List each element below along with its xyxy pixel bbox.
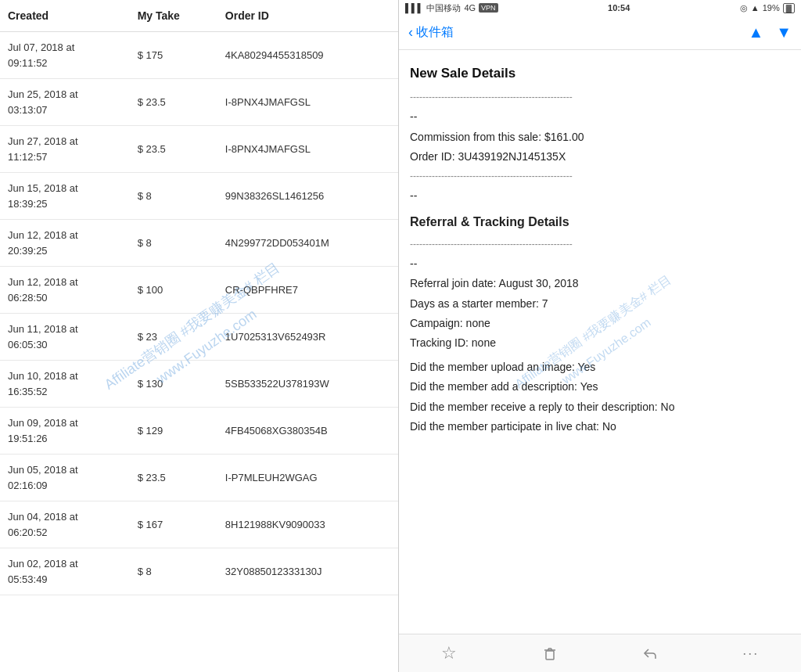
cell-order: 4FB45068XG380354B xyxy=(217,408,398,455)
down-button[interactable]: ▼ xyxy=(776,23,792,41)
carrier-name: 中国移动 xyxy=(426,2,461,14)
campaign: Campaign: none xyxy=(410,314,790,332)
signal-bars: ▌▌▌ xyxy=(405,3,423,13)
reply-button[interactable] xyxy=(600,645,701,662)
reply-description: Did the member receive a reply to their … xyxy=(410,398,790,415)
table-header-row: Created My Take Order ID xyxy=(0,0,398,32)
cell-take: $ 23.5 xyxy=(130,79,217,126)
cell-created: Jun 05, 2018 at 02:16:09 xyxy=(0,455,130,501)
email-toolbar: ☆ ··· xyxy=(399,634,801,672)
vpn-badge: VPN xyxy=(479,3,498,13)
cell-take: $ 23 xyxy=(130,314,217,361)
chevron-left-icon: ‹ xyxy=(408,24,413,41)
cell-order: CR-QBPFHRE7 xyxy=(217,267,398,314)
status-bar: ▌▌▌ 中国移动 4G VPN 10:54 ◎ ▲ 19% ▓ xyxy=(399,0,801,16)
cell-order: 4KA80294455318509 xyxy=(217,32,398,79)
cell-created: Jun 27, 2018 at 11:12:57 xyxy=(0,126,130,173)
cell-order: 32Y0885012333130J xyxy=(217,548,398,595)
divider-1: ----------------------------------------… xyxy=(410,90,790,105)
cell-take: $ 175 xyxy=(130,32,217,79)
cell-order: 4N299772DD053401M xyxy=(217,220,398,267)
back-label: 收件箱 xyxy=(416,24,454,41)
dash-3: -- xyxy=(410,255,790,272)
table-row: Jun 15, 2018 at 18:39:25$ 899N38326SL146… xyxy=(0,173,398,220)
cell-take: $ 8 xyxy=(130,173,217,220)
battery-icon: ▓ xyxy=(783,3,795,13)
nav-actions: ▲ ▼ xyxy=(748,23,792,41)
nav-bar: ‹ 收件箱 ▲ ▼ xyxy=(399,16,801,50)
status-bar-right: ◎ ▲ 19% ▓ xyxy=(740,3,795,13)
trash-button[interactable] xyxy=(500,645,601,662)
col-my-take: My Take xyxy=(130,0,217,32)
col-order-id: Order ID xyxy=(217,0,398,32)
email-title: New Sale Details xyxy=(410,63,790,84)
table-row: Jun 11, 2018 at 06:05:30$ 231U7025313V65… xyxy=(0,314,398,361)
cell-order: 8H121988KV9090033 xyxy=(217,501,398,548)
cell-take: $ 167 xyxy=(130,501,217,548)
network-type: 4G xyxy=(464,3,476,13)
referral-title: Referral & Tracking Details xyxy=(410,212,790,232)
sales-table: Created My Take Order ID Jul 07, 2018 at… xyxy=(0,0,398,595)
cell-take: $ 130 xyxy=(130,361,217,408)
back-button[interactable]: ‹ 收件箱 xyxy=(408,24,454,41)
cell-take: $ 100 xyxy=(130,267,217,314)
cell-created: Jun 10, 2018 at 16:35:52 xyxy=(0,361,130,408)
cell-order: 99N38326SL1461256 xyxy=(217,173,398,220)
cell-take: $ 8 xyxy=(130,548,217,595)
table-row: Jun 02, 2018 at 05:53:49$ 832Y0885012333… xyxy=(0,548,398,595)
cell-order: 5SB533522U378193W xyxy=(217,361,398,408)
table-row: Jun 27, 2018 at 11:12:57$ 23.5I-8PNX4JMA… xyxy=(0,126,398,173)
divider-3: ----------------------------------------… xyxy=(410,237,790,252)
cell-take: $ 129 xyxy=(130,408,217,455)
cell-created: Jun 04, 2018 at 06:20:52 xyxy=(0,501,130,548)
cell-order: I-8PNX4JMAFGSL xyxy=(217,126,398,173)
days-starter: Days as a starter member: 7 xyxy=(410,295,790,312)
left-panel: Affiliate营销圈 #我要赚美金# 栏目 www.Fuyuzhe.com … xyxy=(0,0,399,672)
col-created: Created xyxy=(0,0,130,32)
divider-2: ----------------------------------------… xyxy=(410,169,790,184)
cell-created: Jun 02, 2018 at 05:53:49 xyxy=(0,548,130,595)
cell-created: Jun 09, 2018 at 19:51:26 xyxy=(0,408,130,455)
cell-created: Jun 12, 2018 at 20:39:25 xyxy=(0,220,130,267)
cell-order: 1U7025313V652493R xyxy=(217,314,398,361)
dash-2: -- xyxy=(410,187,790,204)
table-row: Jun 12, 2018 at 20:39:25$ 84N299772DD053… xyxy=(0,220,398,267)
cell-take: $ 23.5 xyxy=(130,455,217,501)
cell-take: $ 23.5 xyxy=(130,126,217,173)
wifi-icon: ▲ xyxy=(751,3,760,13)
svg-rect-0 xyxy=(546,651,554,659)
table-row: Jun 09, 2018 at 19:51:26$ 1294FB45068XG3… xyxy=(0,408,398,455)
commission-text: Commission from this sale: $161.00 xyxy=(410,128,790,146)
table-row: Jun 04, 2018 at 06:20:52$ 1678H121988KV9… xyxy=(0,501,398,548)
right-panel: ▌▌▌ 中国移动 4G VPN 10:54 ◎ ▲ 19% ▓ ‹ 收件箱 ▲ … xyxy=(399,0,801,672)
cell-take: $ 8 xyxy=(130,220,217,267)
status-bar-time: 10:54 xyxy=(608,3,630,13)
cell-created: Jul 07, 2018 at 09:11:52 xyxy=(0,32,130,79)
upload-image: Did the member upload an image: Yes xyxy=(410,358,790,376)
cell-created: Jun 12, 2018 at 06:28:50 xyxy=(0,267,130,314)
star-button[interactable]: ☆ xyxy=(399,643,500,663)
cell-order: I-8PNX4JMAFGSL xyxy=(217,79,398,126)
order-id-text: Order ID: 3U439192NJ145135X xyxy=(410,148,790,165)
battery-level: 19% xyxy=(763,3,780,13)
cell-created: Jun 11, 2018 at 06:05:30 xyxy=(0,314,130,361)
live-chat: Did the member participate in live chat:… xyxy=(410,418,790,435)
more-button[interactable]: ··· xyxy=(701,645,802,662)
tracking-id: Tracking ID: none xyxy=(410,334,790,351)
location-icon: ◎ xyxy=(740,3,748,13)
table-row: Jul 07, 2018 at 09:11:52$ 1754KA80294455… xyxy=(0,32,398,79)
cell-created: Jun 25, 2018 at 03:13:07 xyxy=(0,79,130,126)
dash-1: -- xyxy=(410,108,790,125)
add-description: Did the member add a description: Yes xyxy=(410,378,790,395)
status-bar-left: ▌▌▌ 中国移动 4G VPN xyxy=(405,2,498,14)
referral-join-date: Referral join date: August 30, 2018 xyxy=(410,275,790,292)
cell-order: I-P7MLEUH2WGAG xyxy=(217,455,398,501)
table-row: Jun 05, 2018 at 02:16:09$ 23.5I-P7MLEUH2… xyxy=(0,455,398,501)
up-button[interactable]: ▲ xyxy=(748,23,763,41)
table-row: Jun 12, 2018 at 06:28:50$ 100CR-QBPFHRE7 xyxy=(0,267,398,314)
table-row: Jun 25, 2018 at 03:13:07$ 23.5I-8PNX4JMA… xyxy=(0,79,398,126)
table-row: Jun 10, 2018 at 16:35:52$ 1305SB533522U3… xyxy=(0,361,398,408)
email-content: Affiliate营销圈 #我要赚美金# 栏目 www.Fuyuzhe.com … xyxy=(399,50,801,634)
cell-created: Jun 15, 2018 at 18:39:25 xyxy=(0,173,130,220)
